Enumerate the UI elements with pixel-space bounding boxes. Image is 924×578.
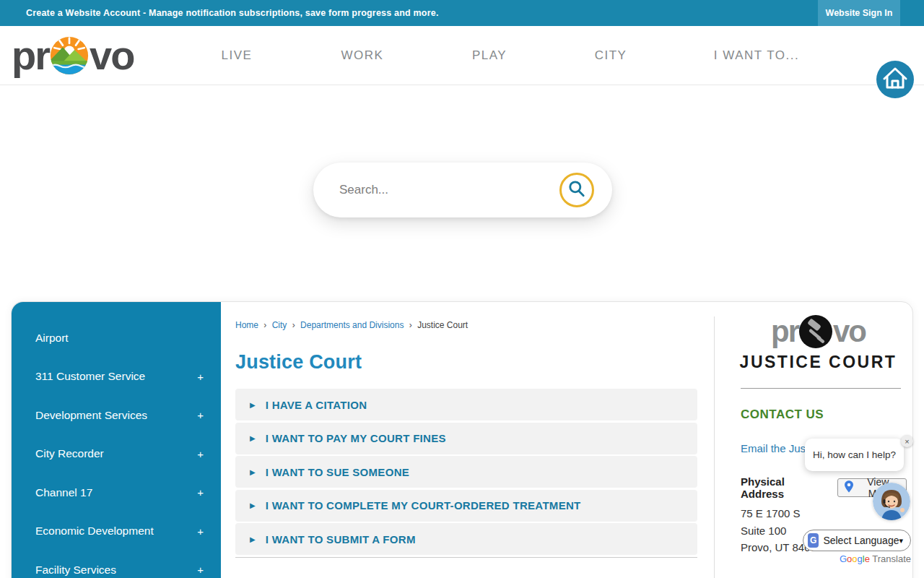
google-translate-icon: G [808, 533, 819, 548]
expand-plus-icon[interactable]: + [197, 409, 204, 421]
home-button[interactable] [876, 61, 914, 98]
accordion-sue-someone[interactable]: ▶ I WANT TO SUE SOMEONE [235, 456, 697, 488]
site-search [313, 163, 612, 217]
provo-logo-text-pr: pr [12, 35, 49, 77]
top-utility-bar: Create a Website Account - Manage notifi… [0, 0, 924, 26]
justice-court-logo: pr vo JUSTICE COURT [730, 315, 907, 372]
website-sign-in-button[interactable]: Website Sign In [818, 0, 900, 26]
department-sidebar: Airport 311 Customer Service + Developme… [12, 302, 221, 578]
breadcrumb-home[interactable]: Home [235, 320, 258, 330]
expand-plus-icon[interactable]: + [197, 486, 204, 499]
accordion-label: I WANT TO PAY MY COURT FINES [266, 432, 446, 444]
map-pin-icon [845, 480, 853, 495]
breadcrumb-current: Justice Court [417, 320, 468, 330]
accordion-pay-court-fines[interactable]: ▶ I WANT TO PAY MY COURT FINES [235, 423, 697, 454]
breadcrumb-city[interactable]: City [272, 320, 287, 330]
sidebar-item-label: Channel 17 [35, 486, 197, 499]
nav-i-want-to[interactable]: I WANT TO... [714, 26, 799, 85]
sidebar-item-city-recorder[interactable]: City Recorder + [12, 435, 221, 474]
provo-logo-text-vo: vo [90, 35, 134, 77]
nav-live[interactable]: LIVE [222, 26, 253, 85]
column-divider [714, 316, 715, 578]
accordion-label: I WANT TO SUE SOMEONE [266, 466, 409, 478]
sidebar-item-label: Economic Development [35, 525, 197, 538]
provo-sun-mountain-icon [50, 36, 89, 75]
chevron-right-icon: ▶ [250, 468, 256, 476]
contact-us-heading: CONTACT US [741, 407, 907, 422]
chevron-right-icon: ▶ [250, 401, 256, 409]
jc-logo-text-pr: pr [771, 316, 798, 348]
google-letter: G [840, 553, 847, 564]
expand-plus-icon[interactable]: + [197, 448, 204, 460]
accordion-court-ordered-treatment[interactable]: ▶ I WANT TO COMPLETE MY COURT-ORDERED TR… [235, 490, 697, 522]
select-language-dropdown[interactable]: G Select Language ▾ [803, 530, 911, 551]
chat-close-icon[interactable]: × [901, 435, 913, 447]
provo-logo[interactable]: pr [12, 35, 134, 77]
accordion-label: I WANT TO COMPLETE MY COURT-ORDERED TREA… [266, 499, 581, 512]
create-account-link[interactable]: Create a Website Account - Manage notifi… [26, 0, 439, 26]
breadcrumb-separator: › [263, 320, 266, 330]
page: Create a Website Account - Manage notifi… [0, 0, 924, 578]
nav-work[interactable]: WORK [341, 26, 384, 85]
sidebar-item-economic-development[interactable]: Economic Development + [12, 512, 221, 551]
search-icon [567, 179, 586, 201]
google-letter: g [858, 553, 863, 564]
chat-tooltip: Hi, how can I help? [805, 439, 904, 471]
select-language-label: Select Language [823, 535, 899, 546]
breadcrumb: Home › City › Departments and Divisions … [235, 320, 468, 330]
expand-plus-icon[interactable]: + [197, 525, 204, 538]
chevron-right-icon: ▶ [250, 501, 256, 509]
chat-agent-avatar[interactable] [873, 483, 910, 520]
google-letter: e [865, 553, 870, 564]
sidebar-item-label: Airport [35, 332, 204, 345]
sidebar-item-label: City Recorder [35, 447, 197, 460]
sidebar-item-channel-17[interactable]: Channel 17 + [12, 473, 221, 512]
breadcrumb-separator: › [292, 320, 295, 330]
google-letter: o [852, 553, 857, 564]
sidebar-item-label: Facility Services [35, 564, 197, 577]
nav-play[interactable]: PLAY [472, 26, 507, 85]
sidebar-item-airport[interactable]: Airport [12, 319, 221, 358]
site-header: pr [0, 26, 924, 85]
jc-logo-line2: JUSTICE COURT [730, 353, 907, 372]
translate-word: Translate [870, 553, 911, 564]
sidebar-item-311-customer-service[interactable]: 311 Customer Service + [12, 358, 221, 397]
sidebar-item-label: 311 Customer Service [35, 370, 197, 383]
chevron-right-icon: ▶ [250, 535, 256, 543]
chevron-down-icon: ▾ [899, 536, 903, 545]
expand-plus-icon[interactable]: + [197, 564, 204, 576]
content-card: Airport 311 Customer Service + Developme… [11, 301, 913, 578]
search-input[interactable] [339, 183, 556, 197]
accordion-list: ▶ I HAVE A CITATION ▶ I WANT TO PAY MY C… [235, 389, 697, 558]
gavel-icon [799, 315, 832, 348]
justice-court-aside: pr vo JUSTICE COURT [730, 302, 907, 556]
aside-divider [741, 388, 901, 389]
search-button[interactable] [559, 173, 594, 207]
home-icon [876, 59, 914, 100]
breadcrumb-departments[interactable]: Departments and Divisions [300, 320, 404, 330]
expand-plus-icon[interactable]: + [197, 371, 204, 383]
google-translate-attribution[interactable]: Google Translate [823, 553, 911, 564]
physical-address-label: Physical Address [741, 475, 829, 500]
breadcrumb-separator: › [409, 320, 412, 330]
accordion-label: I WANT TO SUBMIT A FORM [266, 533, 416, 545]
chevron-right-icon: ▶ [250, 434, 256, 442]
sidebar-item-facility-services[interactable]: Facility Services + [12, 551, 221, 578]
nav-city[interactable]: CITY [595, 26, 627, 85]
accordion-i-have-a-citation[interactable]: ▶ I HAVE A CITATION [235, 389, 697, 420]
accordion-submit-a-form[interactable]: ▶ I WANT TO SUBMIT A FORM [235, 523, 697, 555]
accordion-label: I HAVE A CITATION [266, 399, 367, 411]
jc-logo-text-vo: vo [833, 316, 866, 348]
page-title: Justice Court [235, 351, 362, 374]
sidebar-item-development-services[interactable]: Development Services + [12, 396, 221, 435]
sidebar-item-label: Development Services [35, 409, 197, 422]
